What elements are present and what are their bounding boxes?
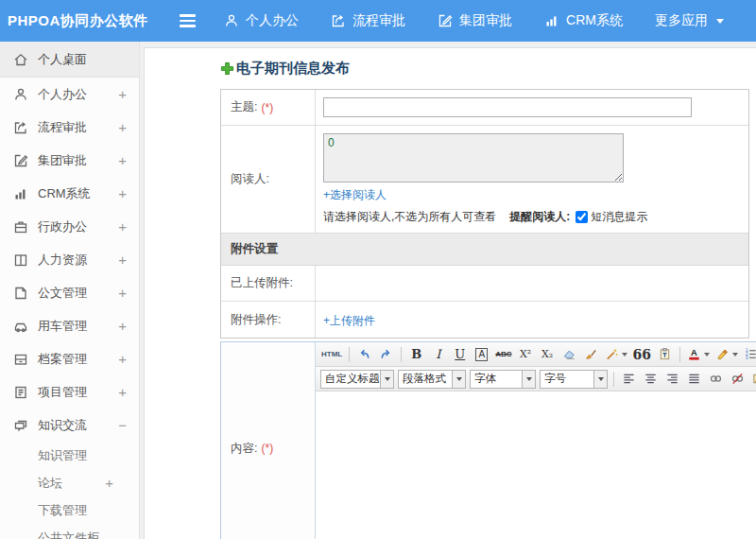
nav-group-approval[interactable]: 集团审批 bbox=[438, 12, 512, 29]
sidebar-item-vehicle-management[interactable]: 用车管理+ bbox=[0, 309, 139, 342]
font-size-select[interactable]: 字号 bbox=[540, 370, 608, 389]
toolbar-separator bbox=[679, 347, 680, 362]
hamburger-menu-icon[interactable] bbox=[180, 14, 196, 27]
subscript-button[interactable]: X₂ bbox=[538, 344, 558, 364]
editor-canvas[interactable] bbox=[316, 391, 756, 539]
font-family-select[interactable]: 字体 bbox=[470, 370, 536, 389]
expand-plus-icon[interactable]: + bbox=[118, 318, 127, 334]
person-icon bbox=[13, 87, 28, 102]
sidebar-item-workflow-approval[interactable]: 流程审批+ bbox=[0, 111, 139, 144]
expand-plus-icon[interactable]: + bbox=[118, 119, 127, 135]
align-right-button[interactable] bbox=[662, 369, 682, 389]
chevron-down-icon[interactable] bbox=[380, 371, 393, 388]
sidebar-item-document-management[interactable]: 公文管理+ bbox=[0, 276, 139, 309]
uploaded-attachments-value bbox=[316, 266, 748, 301]
font-color-button[interactable]: A bbox=[685, 344, 712, 364]
expand-plus-icon[interactable]: + bbox=[118, 285, 127, 301]
sidebar-item-knowledge-exchange[interactable]: 知识交流− bbox=[0, 409, 139, 442]
redo-button[interactable] bbox=[376, 344, 396, 364]
insert-image-button[interactable] bbox=[749, 369, 756, 389]
sidebar-item-label: 个人桌面 bbox=[38, 51, 87, 68]
expand-plus-icon[interactable]: + bbox=[118, 252, 127, 268]
subject-row: 主题: (*) bbox=[221, 90, 748, 126]
ordered-list-button[interactable]: 123 bbox=[742, 344, 756, 364]
subject-input[interactable] bbox=[323, 97, 692, 117]
sidebar-item-label: 知识交流 bbox=[38, 417, 87, 434]
chevron-down-icon[interactable] bbox=[522, 371, 535, 388]
content-row: 内容: (*) HTMLBIUAABCX²X₂66A123 自定义标题段落格式字… bbox=[220, 341, 756, 539]
expand-plus-icon[interactable]: + bbox=[105, 475, 113, 491]
choose-readers-link[interactable]: +选择阅读人 bbox=[323, 187, 387, 203]
source-code-button[interactable]: HTML bbox=[319, 344, 344, 364]
chart-icon bbox=[13, 186, 28, 201]
sidebar-item-label: 公共文件柜 bbox=[38, 530, 99, 539]
justify-button[interactable] bbox=[684, 369, 704, 389]
sidebar-item-project-management[interactable]: 项目管理+ bbox=[0, 375, 139, 409]
italic-button[interactable]: I bbox=[428, 344, 448, 364]
sidebar-item-label: 项目管理 bbox=[38, 384, 87, 401]
sidebar-item-public-file-cabinet[interactable]: 公共文件柜 bbox=[0, 524, 139, 539]
subject-field-cell bbox=[316, 90, 748, 125]
doc-icon bbox=[13, 286, 28, 301]
caret-down-icon bbox=[704, 353, 710, 356]
align-left-button[interactable] bbox=[619, 369, 639, 389]
page-title-bar: 电子期刊信息发布 bbox=[220, 60, 749, 77]
underline-button[interactable]: U bbox=[450, 344, 470, 364]
readers-textarea[interactable]: 0 bbox=[323, 133, 624, 183]
sidebar-item-archive-management[interactable]: 档案管理+ bbox=[0, 342, 139, 375]
nav-crm-system[interactable]: CRM系统 bbox=[544, 12, 623, 29]
chevron-down-icon[interactable] bbox=[452, 371, 465, 388]
strikethrough-button[interactable]: ABC bbox=[493, 344, 513, 364]
expand-plus-icon[interactable]: + bbox=[118, 384, 127, 400]
upload-attachment-link[interactable]: +上传附件 bbox=[323, 313, 375, 329]
add-icon bbox=[220, 61, 234, 76]
eraser-button[interactable] bbox=[559, 344, 579, 364]
sms-checkbox[interactable] bbox=[576, 211, 588, 223]
sidebar-item-group-approval[interactable]: 集团审批+ bbox=[0, 144, 139, 177]
expand-plus-icon[interactable]: + bbox=[118, 152, 127, 168]
attachment-section-header: 附件设置 bbox=[221, 234, 748, 266]
nav-more-apps[interactable]: 更多应用 bbox=[655, 12, 724, 29]
sidebar-item-personal-desktop[interactable]: 个人桌面 bbox=[0, 42, 139, 78]
readers-label: 阅读人: bbox=[231, 171, 269, 187]
readers-row: 阅读人: 0 +选择阅读人 请选择阅读人,不选为所有人可查看 提醒阅读人: 短消… bbox=[221, 126, 748, 234]
custom-title-select[interactable]: 自定义标题 bbox=[320, 370, 394, 389]
sidebar-item-download-management[interactable]: 下载管理 bbox=[0, 496, 139, 524]
undo-button[interactable] bbox=[354, 344, 374, 364]
paragraph-format-select[interactable]: 段落格式 bbox=[398, 370, 466, 389]
sidebar-item-admin-office[interactable]: 行政办公+ bbox=[0, 210, 139, 243]
expand-plus-icon[interactable]: + bbox=[118, 218, 127, 235]
link-button[interactable] bbox=[706, 369, 726, 389]
sidebar-item-label: 流程审批 bbox=[38, 119, 87, 136]
readers-field-cell: 0 +选择阅读人 请选择阅读人,不选为所有人可查看 提醒阅读人: 短消息提示 bbox=[316, 126, 748, 233]
editor-toolbar-row-1: HTMLBIUAABCX²X₂66A123 bbox=[316, 342, 756, 367]
sidebar-item-forum[interactable]: 论坛+ bbox=[0, 469, 139, 496]
collapse-minus-icon[interactable]: − bbox=[118, 417, 127, 433]
nav-personal-office[interactable]: 个人办公 bbox=[224, 12, 299, 29]
sidebar-item-crm-system[interactable]: CRM系统+ bbox=[0, 177, 139, 210]
unlink-button[interactable] bbox=[728, 369, 747, 389]
align-center-button[interactable] bbox=[641, 369, 661, 389]
blockquote-button[interactable]: 66 bbox=[631, 344, 653, 364]
bold-button[interactable]: B bbox=[406, 344, 426, 364]
highlight-button[interactable] bbox=[713, 344, 740, 364]
sidebar-item-knowledge-management[interactable]: 知识管理 bbox=[0, 442, 139, 469]
chevron-down-icon bbox=[716, 19, 724, 24]
expand-plus-icon[interactable]: + bbox=[118, 351, 127, 367]
superscript-button[interactable]: X² bbox=[516, 344, 536, 364]
sidebar-item-human-resources[interactable]: 人力资源+ bbox=[0, 243, 139, 276]
expand-plus-icon[interactable]: + bbox=[118, 86, 127, 102]
sidebar-item-label: CRM系统 bbox=[38, 185, 91, 202]
sidebar-item-label: 档案管理 bbox=[38, 351, 87, 368]
readers-note-line: 请选择阅读人,不选为所有人可查看 提醒阅读人: 短消息提示 bbox=[323, 209, 741, 225]
paste-text-button[interactable] bbox=[655, 344, 675, 364]
format-painter-button[interactable] bbox=[581, 344, 601, 364]
expand-plus-icon[interactable]: + bbox=[118, 185, 127, 201]
auto-typeset-button[interactable] bbox=[603, 344, 629, 364]
chevron-down-icon[interactable] bbox=[593, 371, 607, 388]
nav-workflow-approval[interactable]: 流程审批 bbox=[331, 12, 405, 29]
font-border-button[interactable]: A bbox=[472, 344, 491, 364]
rich-text-editor: HTMLBIUAABCX²X₂66A123 自定义标题段落格式字体字号 bbox=[316, 342, 756, 539]
sidebar-item-label: 下载管理 bbox=[38, 502, 87, 519]
sidebar-item-personal-office[interactable]: 个人办公+ bbox=[0, 78, 139, 111]
